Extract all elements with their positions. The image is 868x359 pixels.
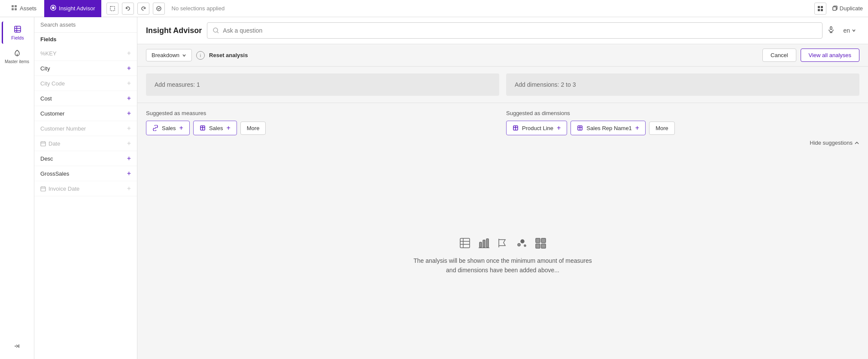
svg-rect-10 xyxy=(818,9,820,11)
field-item[interactable]: City Code + xyxy=(34,76,137,91)
field-name: Invoice Date xyxy=(49,186,79,192)
icon-sidebar: Fields Master items xyxy=(0,17,34,359)
add-measure-sales-table-btn[interactable]: + xyxy=(226,124,230,132)
placeholder-icons xyxy=(459,237,546,249)
measures-suggestions-label: Suggested as measures xyxy=(146,110,499,116)
selection-tools: No selections applied xyxy=(106,3,225,15)
svg-rect-8 xyxy=(818,6,820,8)
add-field-btn[interactable]: + xyxy=(127,64,131,72)
dimensions-more-button[interactable]: More xyxy=(649,122,675,135)
field-item[interactable]: Invoice Date + xyxy=(34,181,137,196)
redo-tool[interactable] xyxy=(137,3,149,15)
table-icon-dim2 xyxy=(577,125,583,131)
svg-rect-6 xyxy=(110,6,115,11)
field-item[interactable]: Customer Number + xyxy=(34,121,137,136)
field-left: City Code xyxy=(40,80,65,87)
microphone-icon[interactable] xyxy=(828,26,835,35)
svg-rect-1 xyxy=(15,5,17,7)
dimension-chip-sales-rep[interactable]: Sales Rep Name1 + xyxy=(571,121,646,135)
field-item[interactable]: Desc + xyxy=(34,151,137,166)
duplicate-button[interactable]: Duplicate xyxy=(832,5,863,12)
analysis-toolbar: Breakdown i Reset analysis Cancel View a… xyxy=(137,44,868,67)
measure-chip-sales-link[interactable]: Sales + xyxy=(146,121,190,135)
search-assets-input[interactable] xyxy=(40,21,131,28)
insight-icon xyxy=(50,5,56,12)
nav-assets[interactable]: Assets xyxy=(5,0,42,17)
selections-tool[interactable] xyxy=(153,3,165,15)
add-field-btn[interactable]: + xyxy=(127,155,131,162)
reset-analysis-button[interactable]: Reset analysis xyxy=(209,52,248,58)
sidebar-item-master-items[interactable]: Master items xyxy=(2,46,33,67)
calendar-icon xyxy=(40,186,46,192)
svg-point-52 xyxy=(521,240,524,243)
grid-view-btn[interactable] xyxy=(814,3,826,15)
info-icon[interactable]: i xyxy=(196,51,205,60)
field-name: %KEY xyxy=(40,50,57,57)
main-layout: Fields Master items Fields xyxy=(0,17,868,359)
field-left: Desc xyxy=(40,155,53,162)
assets-icon xyxy=(11,5,17,12)
field-item[interactable]: GrossSales + xyxy=(34,166,137,181)
svg-rect-3 xyxy=(15,8,17,10)
fields-section-header: Fields xyxy=(34,33,137,46)
dimensions-panel[interactable]: Add dimensions: 2 to 3 xyxy=(506,73,859,96)
field-name: GrossSales xyxy=(40,170,69,177)
add-field-btn[interactable]: + xyxy=(127,170,131,177)
svg-rect-56 xyxy=(536,244,540,248)
field-name: Date xyxy=(49,140,60,147)
field-item[interactable]: Date + xyxy=(34,136,137,151)
measure-chip-sales-table[interactable]: Sales + xyxy=(193,121,237,135)
top-nav-right: Duplicate xyxy=(814,3,863,15)
field-left: Customer Number xyxy=(40,125,86,132)
field-left: City xyxy=(40,65,50,72)
dimension-chip-product-line[interactable]: Product Line + xyxy=(506,121,567,135)
measures-panel[interactable]: Add measures: 1 xyxy=(146,73,499,96)
hide-suggestions-btn[interactable]: Hide suggestions xyxy=(146,140,859,146)
field-item[interactable]: Cost + xyxy=(34,91,137,106)
svg-rect-9 xyxy=(821,6,823,8)
language-selector[interactable]: en xyxy=(840,27,859,34)
view-all-analyses-button[interactable]: View all analyses xyxy=(801,49,859,62)
flag-placeholder-icon xyxy=(497,237,509,249)
dimensions-suggestions-row: Product Line + Sales Rep Name1 + xyxy=(506,121,859,135)
measures-more-button[interactable]: More xyxy=(240,122,266,135)
field-left: GrossSales xyxy=(40,170,69,177)
breakdown-dropdown[interactable]: Breakdown xyxy=(146,49,192,61)
add-field-btn: + xyxy=(127,185,131,192)
nav-insight-advisor[interactable]: Insight Advisor xyxy=(44,0,101,17)
add-measure-sales-link-btn[interactable]: + xyxy=(179,124,183,132)
add-field-btn: + xyxy=(127,49,131,57)
svg-rect-47 xyxy=(483,240,485,247)
svg-line-29 xyxy=(217,32,219,33)
analysis-panels-row: Add measures: 1 Add dimensions: 2 to 3 xyxy=(137,67,868,103)
question-search-bar[interactable] xyxy=(207,22,822,39)
svg-rect-46 xyxy=(480,242,482,247)
svg-rect-0 xyxy=(12,5,14,7)
undo-tool[interactable] xyxy=(122,3,134,15)
lasso-tool[interactable] xyxy=(106,3,118,15)
svg-rect-2 xyxy=(12,8,14,10)
field-name: Desc xyxy=(40,155,53,162)
add-field-btn: + xyxy=(127,125,131,132)
svg-rect-30 xyxy=(830,27,832,30)
field-left: Date xyxy=(40,140,60,147)
field-item[interactable]: %KEY + xyxy=(34,46,137,61)
sidebar-collapse-btn[interactable] xyxy=(2,338,33,354)
sidebar-item-fields[interactable]: Fields xyxy=(2,21,33,44)
add-field-btn[interactable]: + xyxy=(127,94,131,102)
cancel-button[interactable]: Cancel xyxy=(762,49,796,62)
svg-rect-12 xyxy=(833,7,836,10)
add-dim-product-line-btn[interactable]: + xyxy=(557,124,561,132)
add-field-btn[interactable]: + xyxy=(127,110,131,117)
field-name: Cost xyxy=(40,95,52,102)
field-item[interactable]: Customer + xyxy=(34,106,137,121)
chevron-down-icon xyxy=(852,28,856,33)
field-name: City xyxy=(40,65,50,72)
measures-suggestions-col: Suggested as measures Sales + xyxy=(146,110,499,135)
dropdown-chevron-icon xyxy=(182,53,186,58)
add-dim-sales-rep-btn[interactable]: + xyxy=(635,124,639,132)
ask-question-input[interactable] xyxy=(223,27,817,34)
field-item[interactable]: City + xyxy=(34,61,137,76)
svg-rect-54 xyxy=(536,238,540,243)
fields-search-area xyxy=(34,17,137,33)
